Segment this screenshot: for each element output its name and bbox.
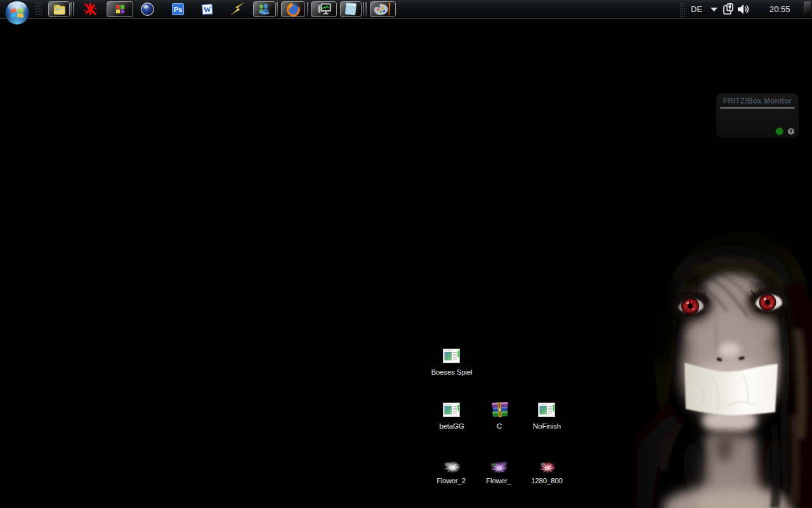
svg-text:W: W (203, 5, 211, 15)
svg-text:Ps: Ps (174, 6, 182, 13)
